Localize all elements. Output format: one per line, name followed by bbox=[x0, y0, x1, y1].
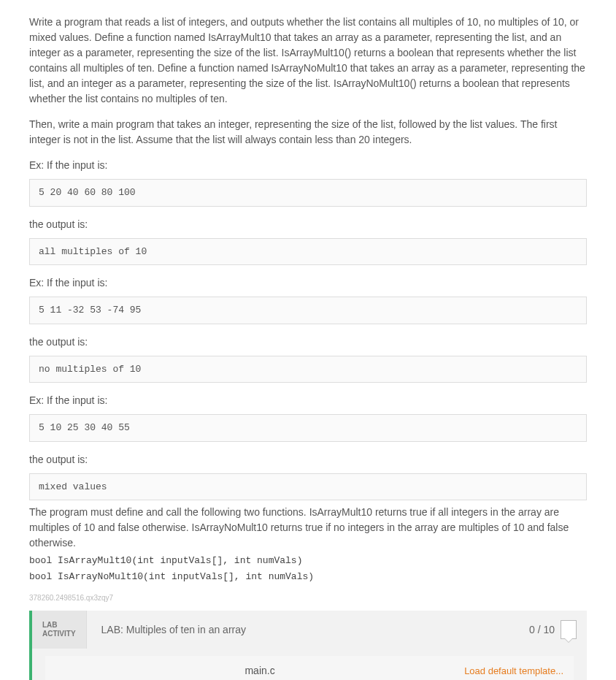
output-label-1: the output is: bbox=[29, 217, 587, 232]
output-label-3: the output is: bbox=[29, 452, 587, 467]
example-label-1: Ex: If the input is: bbox=[29, 158, 587, 173]
watermark: 378260.2498516.qx3zqy7 bbox=[29, 592, 587, 603]
function-signature-2: bool IsArrayNoMult10(int inputVals[], in… bbox=[29, 570, 587, 584]
example-label-2: Ex: If the input is: bbox=[29, 275, 587, 291]
example-label-3: Ex: If the input is: bbox=[29, 393, 587, 408]
load-default-template-link[interactable]: Load default template... bbox=[464, 664, 563, 679]
lab-score-value: 0 / 10 bbox=[529, 622, 555, 638]
score-shield-icon bbox=[561, 620, 577, 639]
editor-filename: main.c bbox=[55, 663, 464, 679]
problem-footer: The program must define and call the fol… bbox=[29, 505, 587, 551]
lab-title: LAB: Multiples of ten in an array bbox=[87, 611, 529, 649]
example-1-input: 5 20 40 60 80 100 bbox=[29, 179, 587, 207]
example-1-output: all multiples of 10 bbox=[29, 238, 587, 266]
editor-area: main.c Load default template... 1 2 3 4 … bbox=[45, 656, 574, 680]
lab-activity-line1: LAB bbox=[42, 621, 76, 630]
lab-activity-line2: ACTIVITY bbox=[42, 630, 76, 638]
output-label-2: the output is: bbox=[29, 335, 587, 350]
problem-paragraph-2: Then, write a main program that takes an… bbox=[29, 117, 587, 148]
function-signature-1: bool IsArrayMult10(int inputVals[], int … bbox=[29, 554, 587, 568]
lab-container: LAB ACTIVITY LAB: Multiples of ten in an… bbox=[29, 611, 587, 680]
example-3-output: mixed values bbox=[29, 473, 587, 501]
lab-score: 0 / 10 bbox=[529, 611, 587, 649]
example-2-output: no multiples of 10 bbox=[29, 356, 587, 383]
example-3-input: 5 10 25 30 40 55 bbox=[29, 414, 587, 442]
lab-header: LAB ACTIVITY LAB: Multiples of ten in an… bbox=[32, 611, 587, 649]
problem-paragraph-1: Write a program that reads a list of int… bbox=[29, 15, 587, 107]
editor-bar: main.c Load default template... bbox=[45, 656, 574, 680]
example-2-input: 5 11 -32 53 -74 95 bbox=[29, 297, 587, 324]
lab-activity-tab: LAB ACTIVITY bbox=[32, 611, 87, 649]
